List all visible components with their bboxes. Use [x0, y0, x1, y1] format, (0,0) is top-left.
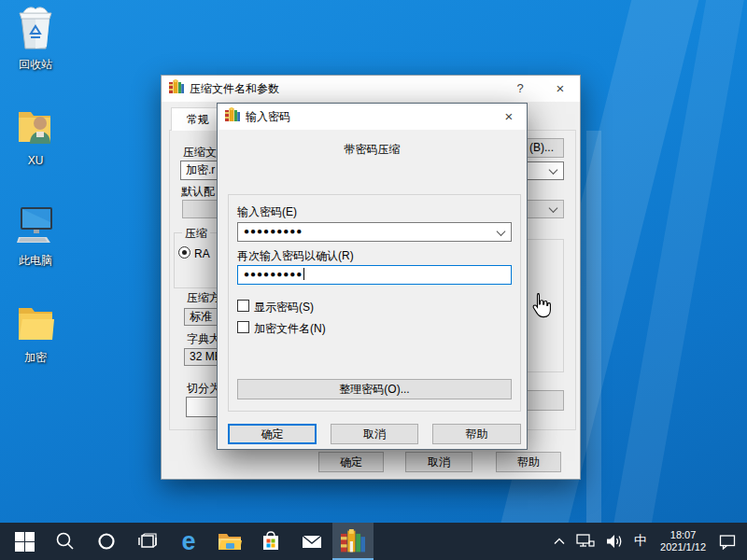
- taskbar: e: [0, 523, 747, 560]
- desktop-icon-label: 加密: [0, 350, 71, 366]
- password-dialog: 输入密码 × 带密码压缩 输入密码(E) ●●●●●●●●● 再次输入密码以确认…: [217, 103, 528, 450]
- mail-button[interactable]: [291, 523, 332, 560]
- store-icon: [261, 530, 281, 553]
- desktop-icon-user-folder[interactable]: XU: [0, 103, 71, 167]
- desktop-icon-label: XU: [0, 154, 71, 167]
- cortana-icon: [96, 531, 117, 552]
- winrar-taskbar-button[interactable]: [332, 523, 374, 560]
- winrar-icon: [341, 529, 365, 553]
- hand-cursor: [529, 291, 553, 327]
- chevron-down-icon: [549, 203, 558, 213]
- desktop-icon-label: 此电脑: [0, 253, 71, 269]
- wallpaper-beam: [586, 131, 601, 532]
- password-dialog-titlebar: 输入密码: [218, 104, 527, 130]
- desktop-icon-this-pc[interactable]: 此电脑: [0, 202, 71, 269]
- dictionary-size-label: 字典大: [187, 331, 220, 347]
- ok-button[interactable]: 确定: [228, 424, 317, 444]
- edge-button[interactable]: e: [168, 523, 209, 560]
- cancel-button[interactable]: 取消: [331, 424, 418, 444]
- tray-clock[interactable]: 18:07 2021/1/12: [653, 529, 713, 553]
- text-caret: [303, 268, 304, 280]
- cortana-button[interactable]: [86, 523, 127, 560]
- desktop-icon-label: 回收站: [0, 57, 71, 73]
- compression-method-label: 压缩方: [187, 290, 220, 306]
- close-icon[interactable]: ×: [500, 108, 517, 125]
- file-explorer-button[interactable]: [209, 523, 250, 560]
- tray-date: 2021/1/12: [660, 541, 706, 553]
- archive-format-group-label: 压缩: [182, 226, 210, 242]
- desktop-icon-encrypted-folder[interactable]: 加密: [0, 301, 71, 366]
- file-explorer-icon: [218, 531, 242, 552]
- password-dialog-title: 输入密码: [246, 109, 290, 125]
- folder-icon: [0, 301, 71, 347]
- password-dialog-heading: 带密码压缩: [218, 142, 527, 158]
- search-button[interactable]: [45, 523, 86, 560]
- show-password-label: 显示密码(S): [254, 300, 314, 315]
- close-icon[interactable]: ×: [552, 80, 569, 97]
- chevron-down-icon: [549, 165, 558, 175]
- confirm-password-input[interactable]: ●●●●●●●●●: [237, 265, 512, 285]
- system-tray: 中 18:07 2021/1/12: [548, 523, 747, 560]
- speaker-icon: [606, 534, 623, 549]
- network-tray-button[interactable]: [571, 523, 600, 560]
- store-button[interactable]: [250, 523, 291, 560]
- split-volumes-label: 切分为: [187, 381, 220, 397]
- hidden-icons-button[interactable]: [548, 523, 571, 560]
- organize-passwords-button[interactable]: 整理密码(O)...: [237, 379, 512, 399]
- archive-name-label: 压缩文: [183, 145, 217, 161]
- dialog-help-icon[interactable]: ?: [512, 80, 529, 97]
- winrar-icon: [225, 107, 240, 126]
- user-folder-icon: [0, 103, 71, 151]
- winrar-icon: [169, 79, 184, 98]
- mail-icon: [301, 532, 323, 551]
- start-button[interactable]: [4, 523, 45, 560]
- chevron-up-icon: [554, 538, 565, 545]
- search-icon: [55, 531, 76, 552]
- task-view-icon: [136, 531, 159, 552]
- wallpaper-beam: [592, 0, 747, 560]
- help-button[interactable]: 帮助: [432, 424, 521, 444]
- edge-icon: e: [181, 529, 195, 554]
- profile-label: 默认配: [181, 184, 215, 200]
- task-view-button[interactable]: [127, 523, 168, 560]
- ime-indicator[interactable]: 中: [628, 523, 653, 560]
- action-center-button[interactable]: [713, 523, 747, 560]
- ok-button[interactable]: 确定: [318, 452, 384, 472]
- confirm-password-label: 再次输入密码以确认(R): [237, 248, 354, 264]
- recycle-bin-icon: [0, 6, 71, 54]
- tray-time: 18:07: [660, 529, 706, 541]
- archive-dialog-title: 压缩文件名和参数: [190, 81, 279, 97]
- chevron-down-icon: [497, 227, 506, 236]
- enter-password-combobox[interactable]: ●●●●●●●●●: [237, 222, 512, 242]
- network-icon: [576, 534, 595, 549]
- format-rar-radio[interactable]: [178, 246, 190, 259]
- volume-tray-button[interactable]: [600, 523, 628, 560]
- windows-logo-icon: [15, 532, 35, 552]
- format-rar-radio-label: RA: [194, 247, 210, 260]
- show-password-checkbox[interactable]: [237, 300, 249, 312]
- this-pc-icon: [0, 202, 71, 250]
- help-button[interactable]: 帮助: [496, 452, 561, 472]
- encrypt-filenames-checkbox[interactable]: [237, 321, 249, 333]
- desktop-icon-recycle-bin[interactable]: 回收站: [0, 6, 71, 73]
- cancel-button[interactable]: 取消: [405, 452, 472, 472]
- action-center-icon: [719, 534, 736, 550]
- enter-password-label: 输入密码(E): [237, 204, 297, 220]
- encrypt-filenames-label: 加密文件名(N): [254, 321, 326, 337]
